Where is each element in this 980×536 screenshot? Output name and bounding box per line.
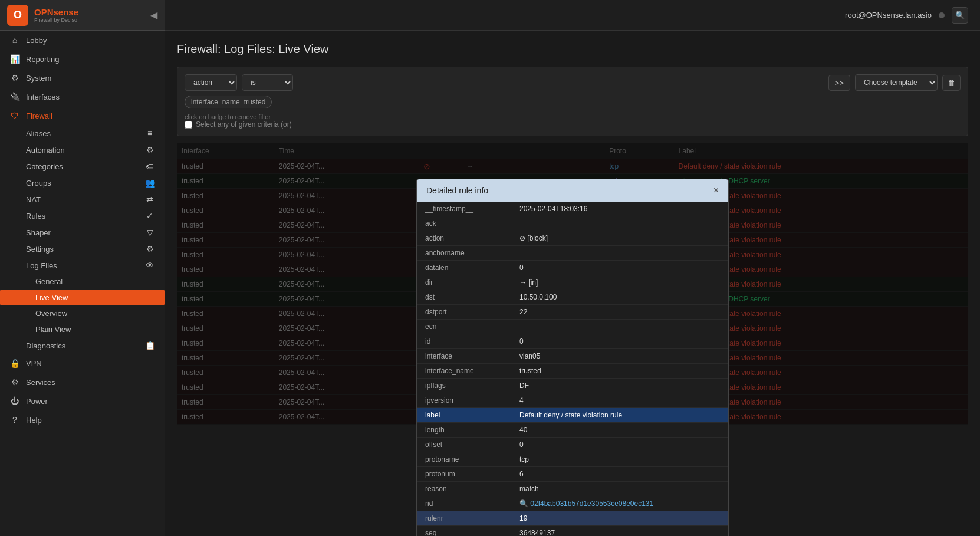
logo-name: OPNsense [34, 7, 78, 17]
sidebar-item-label: VPN [26, 359, 155, 368]
info-table-body: __timestamp__2025-02-04T18:03:16ackactio… [417, 202, 728, 536]
filter-or-checkbox[interactable] [185, 121, 192, 129]
cell-value: trusted [511, 364, 728, 379]
sidebar-item-groups[interactable]: Groups 👥 [0, 175, 165, 191]
reporting-icon: 📊 [9, 54, 20, 64]
delete-template-button[interactable]: 🗑 [942, 75, 961, 91]
sidebar-item-settings[interactable]: Settings ⚙ [0, 241, 165, 257]
topbar-user: root@OPNsense.lan.asio [845, 11, 932, 19]
sidebar-item-overview[interactable]: Overview [0, 305, 165, 321]
rid-link[interactable]: 02f4bab031b57d1e30553ce08e0ec131 [530, 499, 653, 508]
cell-key: __timestamp__ [417, 202, 511, 216]
cell-value: 0 [511, 438, 728, 452]
info-row: protonum6 [417, 467, 728, 482]
cell-key: interface [417, 349, 511, 364]
sidebar-item-power[interactable]: ⏻ Power [0, 392, 165, 410]
template-select[interactable]: Choose template [855, 74, 938, 91]
info-row: interfacevlan05 [417, 349, 728, 364]
info-row: interface_nametrusted [417, 364, 728, 379]
rules-icon: ✓ [144, 211, 155, 221]
modal-close-button[interactable]: × [713, 185, 719, 196]
page-title: Firewall: Log Files: Live View [177, 42, 968, 56]
info-table: __timestamp__2025-02-04T18:03:16ackactio… [417, 202, 728, 536]
sidebar-item-general[interactable]: General [0, 274, 165, 290]
sidebar-item-system[interactable]: ⚙ System [0, 68, 165, 87]
sidebar-item-log-files[interactable]: Log Files 👁 [0, 257, 165, 274]
cell-value: tcp [511, 452, 728, 467]
nat-icon: ⇄ [144, 195, 155, 204]
lobby-icon: ⌂ [9, 35, 20, 45]
groups-icon: 👥 [144, 178, 155, 188]
cell-value: → [in] [511, 275, 728, 290]
forward-button[interactable]: >> [828, 75, 850, 91]
cell-key: id [417, 334, 511, 349]
filter-badge[interactable]: interface_name=trusted [185, 96, 272, 108]
cell-value: ⊘ [block] [511, 231, 728, 246]
sidebar-collapse-button[interactable]: ◀ [150, 9, 157, 21]
aliases-icon: ≡ [144, 129, 155, 138]
sidebar-item-aliases[interactable]: Aliases ≡ [0, 125, 165, 142]
info-row: offset0 [417, 438, 728, 452]
sub-label: Shaper [26, 228, 144, 237]
sub-label: Automation [26, 146, 144, 154]
info-row: labelDefault deny / state violation rule [417, 408, 728, 423]
cell-key: ecn [417, 320, 511, 334]
sidebar-item-shaper[interactable]: Shaper ▽ [0, 224, 165, 241]
sidebar-item-plain-view[interactable]: Plain View [0, 321, 165, 337]
cell-value: 0 [511, 334, 728, 349]
cell-key: rulenr [417, 511, 511, 526]
cell-key: rid [417, 496, 511, 511]
filter-operator-select[interactable]: is is not contains [242, 74, 293, 91]
sidebar-item-label: System [26, 74, 155, 83]
cell-key: action [417, 231, 511, 246]
interfaces-icon: 🔌 [9, 92, 20, 101]
sub-label: NAT [26, 195, 144, 204]
filter-field-select[interactable]: action interface src dst proto [185, 74, 237, 91]
automation-icon: ⚙ [144, 145, 155, 154]
info-row: dir→ [in] [417, 275, 728, 290]
sidebar-item-diagnostics[interactable]: Diagnostics 📋 [0, 337, 165, 354]
cell-key: datalen [417, 261, 511, 275]
info-row: dstport22 [417, 305, 728, 320]
sidebar-item-services[interactable]: ⚙ Services [0, 373, 165, 392]
cell-value: 4 [511, 393, 728, 408]
sidebar-item-live-view[interactable]: Live View [0, 290, 165, 305]
services-icon: ⚙ [9, 377, 20, 387]
modal-dialog: Detailed rule info × __timestamp__2025-0… [416, 179, 729, 536]
filter-bar: action interface src dst proto is is not… [177, 67, 968, 136]
cell-value: vlan05 [511, 349, 728, 364]
info-row: rid🔍 02f4bab031b57d1e30553ce08e0ec131 [417, 496, 728, 511]
sidebar-item-categories[interactable]: Categories 🏷 [0, 158, 165, 175]
info-row: anchorname [417, 246, 728, 261]
info-row: ack [417, 216, 728, 231]
topbar-search-button[interactable]: 🔍 [952, 7, 968, 24]
sidebar-item-label: Help [26, 416, 155, 425]
filter-or-label: Select any of given criteria (or) [196, 120, 292, 129]
status-dot [939, 12, 945, 18]
sidebar-item-interfaces[interactable]: 🔌 Interfaces [0, 87, 165, 106]
page-content: Firewall: Log Files: Live View action in… [165, 31, 980, 536]
sidebar-item-reporting[interactable]: 📊 Reporting [0, 50, 165, 68]
info-row: datalen0 [417, 261, 728, 275]
sidebar-item-automation[interactable]: Automation ⚙ [0, 142, 165, 158]
cell-key: ipversion [417, 393, 511, 408]
cell-key: protonum [417, 467, 511, 482]
sidebar-item-firewall[interactable]: 🛡 Firewall [0, 106, 165, 125]
topbar: root@OPNsense.lan.asio 🔍 [165, 0, 980, 31]
info-row: dst10.50.0.100 [417, 290, 728, 305]
sub-sub-label: General [35, 277, 155, 286]
sidebar-item-nat[interactable]: NAT ⇄ [0, 191, 165, 208]
sidebar-item-help[interactable]: ? Help [0, 410, 165, 429]
sub-label: Categories [26, 162, 144, 171]
sidebar-header: O OPNsense Firewall by Deciso ◀ [0, 0, 165, 31]
sidebar-item-rules[interactable]: Rules ✓ [0, 208, 165, 224]
cell-value: 0 [511, 261, 728, 275]
sub-label: Log Files [26, 261, 144, 270]
cell-key: anchorname [417, 246, 511, 261]
sidebar-item-vpn[interactable]: 🔒 VPN [0, 354, 165, 373]
modal-header: Detailed rule info × [417, 179, 728, 202]
cell-key: length [417, 423, 511, 438]
sidebar-item-lobby[interactable]: ⌂ Lobby [0, 31, 165, 50]
cell-rid: 🔍 02f4bab031b57d1e30553ce08e0ec131 [511, 496, 728, 511]
cell-value: 10.50.0.100 [511, 290, 728, 305]
